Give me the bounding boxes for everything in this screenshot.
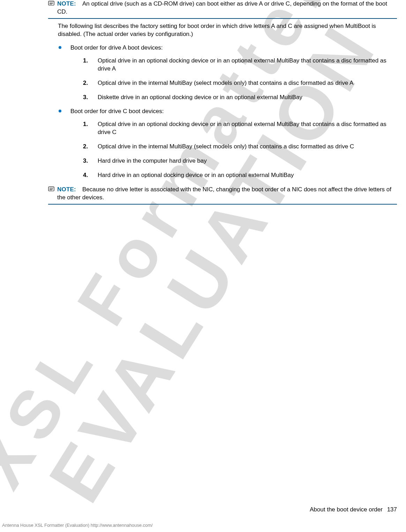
ordered-list-c: Optical drive in an optional docking dev… <box>83 120 397 179</box>
footer-page-number: 137 <box>387 506 397 514</box>
note-label-1: NOTE: <box>57 0 76 7</box>
note-rule-1 <box>48 18 397 19</box>
ordered-list-a: Optical drive in an optional docking dev… <box>83 57 397 102</box>
list-item: Optical drive in the internal MultiBay (… <box>83 143 397 151</box>
note-icon <box>48 186 54 191</box>
evaluation-footer: Antenna House XSL Formatter (Evaluation)… <box>2 522 153 529</box>
boot-order-list: Boot order for drive A boot devices: Opt… <box>58 44 397 179</box>
list-item: Hard drive in an optional docking device… <box>83 171 397 179</box>
list-item: Diskette drive in an optional docking de… <box>83 94 397 102</box>
list-item: Hard drive in the computer hard drive ba… <box>83 157 397 165</box>
list-item: Optical drive in an optional docking dev… <box>83 120 397 136</box>
page-content: NOTE:An optical drive (such as a CD-ROM … <box>0 0 406 205</box>
bullet-drive-c: Boot order for drive C boot devices: Opt… <box>58 108 397 179</box>
note-block-1: NOTE:An optical drive (such as a CD-ROM … <box>48 0 397 19</box>
note-block-2: NOTE:Because no drive letter is associat… <box>48 186 397 205</box>
bullet-drive-a: Boot order for drive A boot devices: Opt… <box>58 44 397 102</box>
svg-rect-0 <box>48 1 54 5</box>
page-footer: About the boot device order 137 <box>310 506 397 514</box>
list-item: Optical drive in an optional docking dev… <box>83 57 397 73</box>
intro-paragraph: The following list describes the factory… <box>58 22 397 38</box>
list-item: Optical drive in the internal MultiBay (… <box>83 79 397 87</box>
svg-rect-1 <box>48 187 54 191</box>
note-label-2: NOTE: <box>57 186 76 193</box>
bullet-title-c: Boot order for drive C boot devices: <box>70 108 164 114</box>
bullet-title-a: Boot order for drive A boot devices: <box>70 44 163 51</box>
note-rule-2 <box>48 204 397 205</box>
note-icon <box>48 1 54 6</box>
note-text-2: Because no drive letter is associated wi… <box>57 186 391 201</box>
note-text-1: An optical drive (such as a CD-ROM drive… <box>57 0 387 15</box>
footer-section-title: About the boot device order <box>310 506 383 513</box>
